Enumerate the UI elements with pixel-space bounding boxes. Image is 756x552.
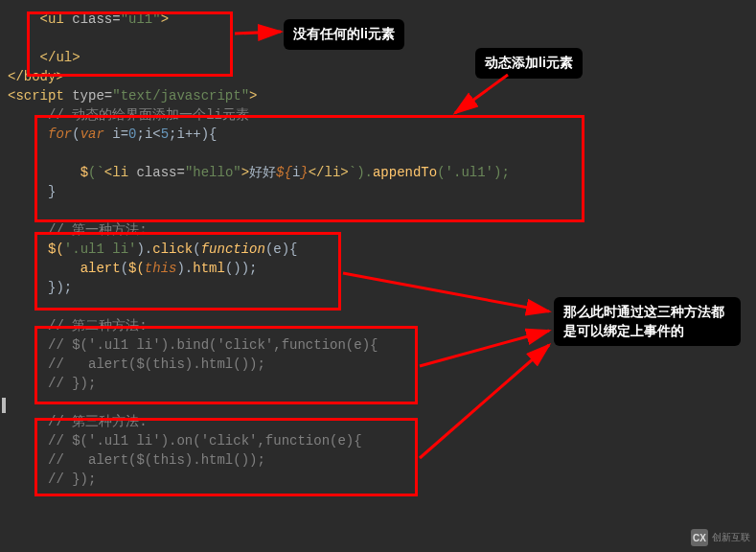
code-line xyxy=(8,393,748,412)
watermark-logo: CX xyxy=(691,529,708,546)
code-line: // }); xyxy=(8,470,748,489)
code-line: // alert($(this).html()); xyxy=(8,355,748,374)
annotation-bubble-2: 动态添加li元素 xyxy=(475,48,583,79)
watermark: CX 创新互联 xyxy=(691,529,750,546)
code-line: }); xyxy=(8,278,748,297)
annotation-bubble-3: 那么此时通过这三种方法都是可以绑定上事件的 xyxy=(554,297,741,346)
watermark-text: 创新互联 xyxy=(712,531,750,544)
code-line: $('.ul1 li').click(function(e){ xyxy=(8,240,748,259)
code-line: // }); xyxy=(8,374,748,393)
code-line: } xyxy=(8,182,748,201)
code-line: // $('.ul1 li').on('click',function(e){ xyxy=(8,431,748,450)
cursor-indicator xyxy=(2,398,6,413)
code-line: </ul> xyxy=(8,48,748,67)
annotation-bubble-1: 没有任何的li元素 xyxy=(284,19,404,50)
code-line: for(var i=0;i<5;i++){ xyxy=(8,125,748,144)
code-line: // 第三种方法: xyxy=(8,412,748,431)
code-line: // alert($(this).html()); xyxy=(8,450,748,470)
code-line: $(`<li class="hello">好好${i}</li>`).appen… xyxy=(8,163,748,182)
code-line: // 动态的给界面添加一个li元素 xyxy=(8,105,748,125)
code-line: </body> xyxy=(8,67,748,86)
code-line xyxy=(8,144,748,163)
code-line: // 第一种方法: xyxy=(8,220,748,240)
code-editor: <ul class="ul1"> </ul> </body> <script t… xyxy=(0,0,756,498)
code-line: alert($(this).html()); xyxy=(8,259,748,278)
code-line: <script type="text/javascript"> xyxy=(8,86,748,105)
code-line xyxy=(8,201,748,220)
